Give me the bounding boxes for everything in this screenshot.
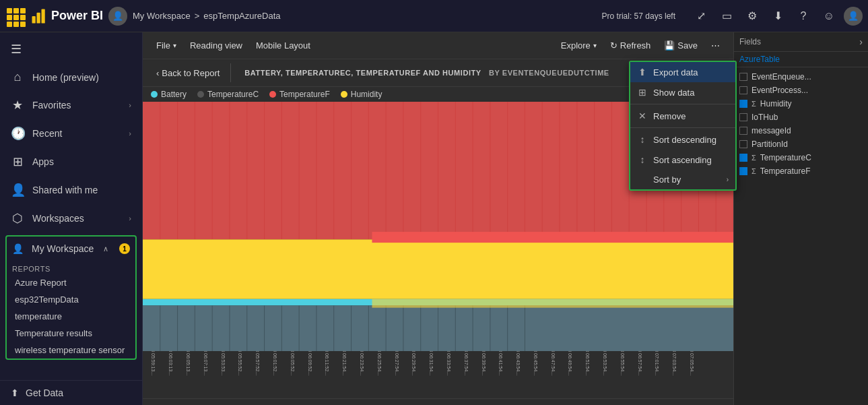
report-item-wireless[interactable]: wireless temperature sensor: [7, 342, 135, 359]
temperaturef-checkbox[interactable]: [739, 167, 747, 175]
field-partitionid[interactable]: PartitionId: [734, 137, 868, 151]
sidebar-item-apps[interactable]: ⊞ Apps: [0, 148, 142, 176]
sidebar-item-home[interactable]: ⌂ Home (preview): [0, 63, 142, 91]
hamburger-button[interactable]: ☰: [0, 35, 142, 63]
temperaturec-checkbox[interactable]: [739, 154, 747, 162]
sidebar-home-label: Home (preview): [32, 72, 131, 83]
back-to-report-button[interactable]: ‹ Back to Report: [151, 65, 225, 81]
svg-text:12/13/18 06:43:54...: 12/13/18 06:43:54...: [515, 351, 521, 375]
explore-label: Explore: [561, 40, 591, 51]
sidebar-item-shared[interactable]: 👤 Shared with me: [0, 176, 142, 204]
show-data-menu-item[interactable]: ⊞ Show data: [630, 82, 735, 102]
field-iothub[interactable]: IoTHub: [734, 111, 868, 124]
right-panel-header: Fields ›: [734, 32, 868, 52]
right-panel-collapse-button[interactable]: ›: [859, 36, 863, 47]
field-event-enqueue[interactable]: EventEnqueue...: [734, 70, 868, 84]
breadcrumb-file[interactable]: espTempAzureData: [203, 11, 280, 21]
reports-section-label: REPORTS: [7, 261, 135, 274]
my-workspace-icon: 👤: [12, 243, 24, 254]
legend-battery: Battery: [151, 90, 187, 99]
settings-icon[interactable]: ⚙: [741, 5, 763, 27]
humidity-sigma: Σ: [752, 100, 756, 108]
workspaces-arrow: ›: [129, 214, 131, 222]
svg-rect-64: [372, 299, 733, 308]
sidebar-item-favorites[interactable]: ★ Favorites ›: [0, 91, 142, 119]
svg-text:12/13/18 07:01:54...: 12/13/18 07:01:54...: [654, 351, 659, 375]
download-icon[interactable]: ⬇: [767, 5, 789, 27]
my-workspace-arrow: ∧: [103, 245, 108, 253]
get-data-label: Get Data: [26, 387, 63, 398]
mobile-layout-button[interactable]: Mobile Layout: [251, 38, 316, 53]
user-avatar[interactable]: 👤: [844, 7, 863, 26]
sidebar-item-recent[interactable]: 🕐 Recent ›: [0, 119, 142, 148]
field-event-process[interactable]: EventProcess...: [734, 84, 868, 97]
svg-text:12/13/18 06:27:54...: 12/13/18 06:27:54...: [393, 351, 399, 375]
azure-table-text: AzureTable: [739, 55, 780, 64]
sort-asc-icon: ↕: [637, 154, 648, 165]
report-item-temperature[interactable]: temperature: [7, 308, 135, 325]
field-messageid[interactable]: messageId: [734, 124, 868, 137]
temperaturef-label: TemperatureF: [760, 166, 811, 176]
event-enqueue-checkbox[interactable]: [739, 73, 747, 81]
toolbar-right: Explore ▾ ↻ Refresh 💾 Save ⋯: [556, 38, 725, 53]
sort-ascending-menu-item[interactable]: ↕ Sort ascending: [630, 150, 735, 170]
sidebar-item-workspaces[interactable]: ⬡ Workspaces ›: [0, 204, 142, 232]
humidity-checkbox[interactable]: [739, 100, 747, 108]
svg-rect-0: [32, 16, 36, 24]
refresh-button[interactable]: ↻ Refresh: [605, 38, 657, 53]
sort-by-label: Sort by: [653, 175, 681, 185]
recent-arrow: ›: [129, 129, 131, 137]
explore-button[interactable]: Explore ▾: [556, 38, 602, 53]
right-panel-title-text: Fields: [739, 37, 761, 46]
remove-menu-item[interactable]: ✕ Remove: [630, 106, 735, 126]
file-menu-button[interactable]: File ▾: [151, 38, 182, 53]
svg-text:12/13/18 06:03:13...: 12/13/18 06:03:13...: [168, 351, 173, 375]
sort-descending-menu-item[interactable]: ↕ Sort descending: [630, 129, 735, 150]
temperaturec-sigma: Σ: [752, 154, 756, 162]
azure-table-link[interactable]: AzureTable: [734, 52, 868, 67]
report-item-azure[interactable]: Azure Report: [7, 274, 135, 291]
field-humidity[interactable]: Σ Humidity: [734, 97, 868, 111]
save-button[interactable]: 💾 Save: [659, 38, 703, 53]
smiley-icon[interactable]: ☺: [818, 5, 840, 27]
svg-text:12/13/18 06:57:54...: 12/13/18 06:57:54...: [637, 351, 642, 375]
refresh-label: Refresh: [620, 40, 651, 51]
legend-humidity: Humidity: [341, 90, 382, 99]
chart-title-text: BATTERY, TEMPERATUREC, TEMPERATUREF AND …: [244, 69, 481, 77]
export-data-menu-item[interactable]: ⬆ Export data: [630, 62, 735, 82]
field-temperaturef[interactable]: Σ TemperatureF: [734, 164, 868, 178]
svg-text:12/13/18 06:05:52...: 12/13/18 06:05:52...: [290, 351, 295, 375]
show-data-label: Show data: [653, 88, 694, 98]
svg-text:12/13/18 06:09:52...: 12/13/18 06:09:52...: [307, 351, 312, 375]
chart-title: BATTERY, TEMPERATUREC, TEMPERATUREF AND …: [244, 69, 689, 77]
sort-ascending-label: Sort ascending: [653, 155, 712, 165]
file-label: File: [156, 40, 170, 51]
sidebar-recent-label: Recent: [32, 128, 121, 139]
more-options-button[interactable]: ⋯: [706, 38, 725, 53]
event-process-checkbox[interactable]: [739, 86, 747, 94]
report-item-esp32[interactable]: esp32TempData: [7, 291, 135, 308]
messageid-checkbox[interactable]: [739, 127, 747, 135]
svg-rect-63: [372, 232, 733, 243]
field-temperaturec[interactable]: Σ TemperatureC: [734, 151, 868, 164]
reading-view-button[interactable]: Reading view: [185, 38, 248, 53]
horizontal-scrollbar[interactable]: [143, 398, 733, 405]
expand-icon[interactable]: ⤢: [690, 5, 712, 27]
menu-separator-2: [630, 127, 735, 128]
my-workspace-header[interactable]: 👤 My Workspace ∧ 1: [7, 237, 135, 261]
sort-by-menu-item[interactable]: Sort by ›: [630, 170, 735, 189]
powerbi-logo: Power BI: [30, 7, 103, 26]
svg-text:12/13/18 06:53:54...: 12/13/18 06:53:54...: [602, 351, 607, 375]
breadcrumb-workspace[interactable]: My Workspace: [133, 11, 191, 21]
waffle-icon[interactable]: [5, 7, 24, 26]
svg-text:12/13/18 06:55:54...: 12/13/18 06:55:54...: [620, 351, 625, 375]
svg-text:12/13/18 05:57:52...: 12/13/18 05:57:52...: [255, 351, 260, 375]
help-icon[interactable]: ?: [793, 5, 814, 27]
get-data-button[interactable]: ⬆ Get Data: [0, 380, 142, 405]
iothub-checkbox[interactable]: [739, 113, 747, 121]
report-item-temp-results[interactable]: Temperature results: [7, 325, 135, 342]
user-avatar-small[interactable]: 👤: [108, 7, 127, 26]
partitionid-checkbox[interactable]: [739, 140, 747, 148]
layout-icon[interactable]: ▭: [716, 5, 737, 27]
svg-text:12/13/18 06:11:52...: 12/13/18 06:11:52...: [324, 351, 329, 375]
